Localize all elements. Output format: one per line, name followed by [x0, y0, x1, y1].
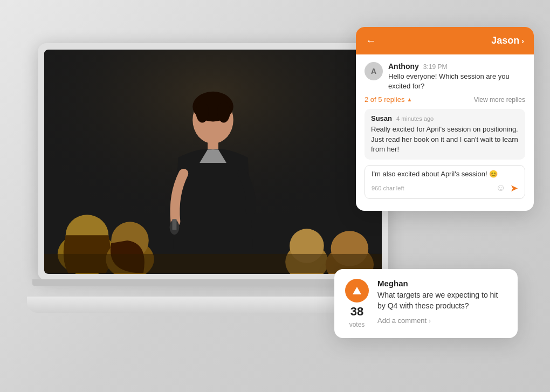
message-author: Anthony — [388, 62, 419, 71]
svg-point-5 — [217, 101, 230, 123]
question-author: Meghan — [377, 279, 507, 288]
emoji-icon[interactable]: ☺ — [496, 182, 506, 194]
reply-text: Really excited for April's session on po… — [371, 125, 519, 154]
send-icon[interactable]: ➤ — [510, 182, 518, 194]
reply-bubble: Susan 4 minutes ago Really excited for A… — [365, 109, 525, 160]
vote-count: 38 — [350, 305, 363, 319]
chat-panel: ← Jason › A Anthony 3:19 PM Hello everyo… — [356, 27, 534, 211]
add-comment-link[interactable]: Add a comment › — [377, 317, 507, 325]
reply-author-line: Susan 4 minutes ago — [371, 114, 519, 122]
vote-section: 38 votes — [345, 279, 369, 328]
svg-rect-8 — [172, 219, 176, 230]
vote-up-button[interactable] — [345, 279, 369, 302]
char-count: 960 char left — [372, 185, 404, 191]
chat-header: ← Jason › — [356, 27, 534, 54]
question-text: What targets are we expecting to hit by … — [377, 290, 507, 311]
reply-time: 4 minutes ago — [396, 115, 434, 122]
back-button[interactable]: ← — [366, 35, 376, 47]
question-body: Meghan What targets are we expecting to … — [377, 279, 507, 325]
replies-count[interactable]: 2 of 5 replies ▲ — [365, 95, 412, 104]
reply-author: Susan — [371, 114, 392, 122]
message-time: 3:19 PM — [423, 63, 448, 71]
chat-header-title: Jason › — [491, 35, 524, 46]
chevron-right-icon: › — [429, 317, 431, 325]
question-card: 38 votes Meghan What targets are we expe… — [334, 269, 518, 338]
input-text: I'm also excited about April's session! … — [372, 170, 518, 178]
upvote-icon — [353, 287, 361, 294]
avatar: A — [365, 62, 383, 80]
main-message: A Anthony 3:19 PM Hello everyone! Which … — [365, 62, 525, 91]
chevron-right-icon: › — [521, 37, 524, 45]
laptop-screen — [44, 50, 382, 274]
svg-point-4 — [196, 101, 209, 123]
collapse-replies-icon: ▲ — [407, 97, 412, 102]
message-content: Anthony 3:19 PM Hello everyone! Which se… — [388, 62, 525, 91]
chat-user-name: Jason — [491, 35, 519, 46]
input-footer: 960 char left ☺ ➤ — [372, 182, 518, 194]
laptop-screen-border — [38, 43, 388, 280]
message-input-area[interactable]: I'm also excited about April's session! … — [365, 165, 525, 199]
author-line: Anthony 3:19 PM — [388, 62, 525, 71]
input-icons: ☺ ➤ — [496, 182, 518, 194]
chat-body: A Anthony 3:19 PM Hello everyone! Which … — [356, 54, 534, 211]
vote-label: votes — [349, 321, 365, 328]
message-text: Hello everyone! Which session are you ex… — [388, 72, 525, 91]
replies-row: 2 of 5 replies ▲ View more replies — [365, 95, 525, 104]
svg-rect-17 — [44, 254, 382, 273]
view-more-replies-link[interactable]: View more replies — [474, 96, 525, 104]
